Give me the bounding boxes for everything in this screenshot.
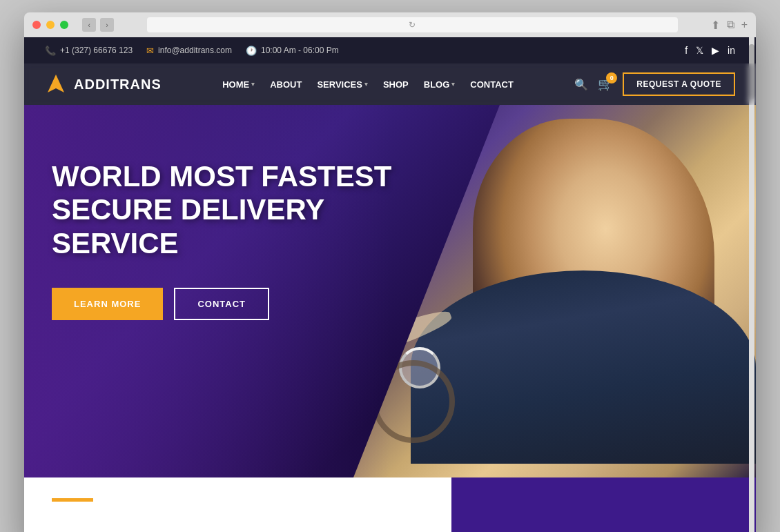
nav-blog[interactable]: BLOG ▾ xyxy=(424,79,456,90)
email-item: ✉ info@additrans.com xyxy=(146,46,232,56)
hours-item: 🕐 10:00 Am - 06:00 Pm xyxy=(246,46,339,56)
email-icon: ✉ xyxy=(146,46,154,56)
cart-wrap[interactable]: 🛒 0 xyxy=(598,77,613,92)
nav-contact[interactable]: CONTACT xyxy=(470,79,514,90)
forward-button[interactable]: › xyxy=(100,18,114,32)
bottom-section xyxy=(24,477,756,532)
request-quote-button[interactable]: REQUEST A QUOTE xyxy=(623,72,735,96)
hero-section: WORLD MOST FASTEST SECURE DELIVERY SERVI… xyxy=(24,105,756,477)
linkedin-icon[interactable]: in xyxy=(728,45,735,56)
facebook-icon[interactable]: f xyxy=(685,45,688,56)
phone-item: 📞 +1 (327) 66676 123 xyxy=(45,46,133,56)
logo-icon-wrap xyxy=(45,73,67,95)
hero-buttons: LEARN MORE CONTACT xyxy=(52,288,391,320)
cart-badge: 0 xyxy=(606,72,617,83)
scrollbar[interactable] xyxy=(749,37,754,532)
logo[interactable]: ADDITRANS xyxy=(45,73,162,95)
services-chevron: ▾ xyxy=(364,81,368,88)
website: 📞 +1 (327) 66676 123 ✉ info@additrans.co… xyxy=(24,37,756,532)
logo-text: ADDITRANS xyxy=(74,77,162,92)
logo-svg xyxy=(45,73,67,95)
bottom-white-section xyxy=(24,477,451,532)
minimize-btn[interactable] xyxy=(46,21,55,29)
twitter-icon[interactable]: 𝕏 xyxy=(696,45,703,56)
business-hours: 10:00 Am - 06:00 Pm xyxy=(261,46,339,55)
twitch-icon[interactable]: ▶ xyxy=(712,45,719,56)
mac-action-buttons: ⬆ ⧉ + xyxy=(711,19,748,32)
home-chevron: ▾ xyxy=(251,81,255,88)
phone-icon: 📞 xyxy=(45,46,56,56)
top-bar-left: 📞 +1 (327) 66676 123 ✉ info@additrans.co… xyxy=(45,46,339,56)
nav-links: HOME ▾ ABOUT SERVICES ▾ SHOP BLOG ▾ xyxy=(222,79,514,90)
person-body xyxy=(411,270,756,464)
expand-icon[interactable]: + xyxy=(741,19,748,32)
bottom-purple-section xyxy=(451,477,756,532)
nav-shop[interactable]: SHOP xyxy=(383,79,409,90)
yellow-divider xyxy=(52,498,93,502)
learn-more-button[interactable]: LEARN MORE xyxy=(52,288,163,320)
phone-number: +1 (327) 66676 123 xyxy=(60,46,133,55)
close-btn[interactable] xyxy=(32,21,41,29)
navbar: ADDITRANS HOME ▾ ABOUT SERVICES ▾ SHOP xyxy=(24,63,756,105)
top-bar: 📞 +1 (327) 66676 123 ✉ info@additrans.co… xyxy=(24,37,756,63)
email-address: info@additrans.com xyxy=(158,46,232,55)
maximize-btn[interactable] xyxy=(60,21,68,29)
nav-services[interactable]: SERVICES ▾ xyxy=(317,79,368,90)
search-icon[interactable]: 🔍 xyxy=(574,78,588,91)
mac-window: ‹ › ↻ ⬆ ⧉ + 📞 +1 (327) 66676 123 ✉ info@… xyxy=(24,12,756,532)
svg-marker-0 xyxy=(48,75,64,92)
top-bar-social: f 𝕏 ▶ in xyxy=(685,45,735,56)
nav-about[interactable]: ABOUT xyxy=(270,79,302,90)
back-button[interactable]: ‹ xyxy=(82,18,96,32)
nav-home[interactable]: HOME ▾ xyxy=(222,79,255,90)
blog-chevron: ▾ xyxy=(451,81,455,88)
new-tab-icon[interactable]: ⧉ xyxy=(727,19,734,32)
contact-button[interactable]: CONTACT xyxy=(174,288,269,320)
share-icon[interactable]: ⬆ xyxy=(711,19,720,32)
hero-title: WORLD MOST FASTEST SECURE DELIVERY SERVI… xyxy=(52,160,391,260)
address-bar[interactable]: ↻ xyxy=(147,17,678,32)
mac-titlebar: ‹ › ↻ ⬆ ⧉ + xyxy=(24,12,756,37)
hero-content: WORLD MOST FASTEST SECURE DELIVERY SERVI… xyxy=(52,160,391,320)
clock-icon: 🕐 xyxy=(246,46,257,56)
nav-actions: 🔍 🛒 0 REQUEST A QUOTE xyxy=(574,72,735,96)
